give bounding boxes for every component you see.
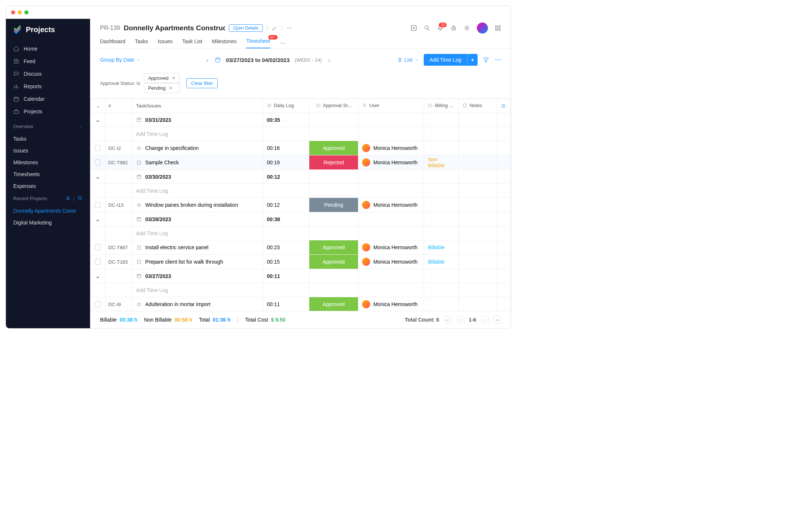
svg-rect-33 xyxy=(429,104,432,107)
search-icon[interactable] xyxy=(78,196,83,201)
open-details-button[interactable]: Open Details xyxy=(229,24,262,32)
report-icon xyxy=(13,83,19,89)
status-badge: Approved xyxy=(309,240,358,254)
overview-section-head[interactable]: Overview xyxy=(6,120,90,133)
more-icon[interactable] xyxy=(286,25,292,31)
search-icon[interactable] xyxy=(424,25,430,31)
tab-milestones[interactable]: Milestones xyxy=(212,38,237,48)
row-checkbox[interactable] xyxy=(95,159,101,165)
svg-point-19 xyxy=(499,28,500,29)
svg-point-11 xyxy=(425,26,428,29)
timesheet-entry-row[interactable]: DC-T982Sample Check00:19RejectedMonica H… xyxy=(91,155,511,170)
pager-last[interactable]: » xyxy=(493,316,501,324)
col-expand[interactable]: ⌄ xyxy=(91,99,106,113)
tab-tasks[interactable]: Tasks xyxy=(135,38,148,48)
add-time-log-row[interactable]: Add Time Log xyxy=(91,184,511,198)
row-checkbox[interactable] xyxy=(95,145,101,151)
sidebar-item-timesheets[interactable]: Timesheets xyxy=(6,168,90,180)
timer-icon[interactable] xyxy=(450,25,457,31)
entry-id: DC-T982 xyxy=(105,155,132,170)
tab-dashboard[interactable]: Dashboard xyxy=(100,38,125,48)
svg-point-27 xyxy=(495,59,496,61)
overview-label: Overview xyxy=(13,124,33,129)
pager-next[interactable]: › xyxy=(481,316,489,324)
entry-id: DC-I2 xyxy=(105,141,132,155)
sidebar-item-projects[interactable]: Projects xyxy=(6,105,90,118)
close-window-dot[interactable] xyxy=(11,10,15,14)
collapse-toggle[interactable]: ⌄ xyxy=(96,117,100,123)
edit-icon[interactable] xyxy=(272,25,278,31)
task-icon xyxy=(136,259,142,265)
row-checkbox[interactable] xyxy=(95,301,101,307)
timesheet-entry-row[interactable]: DC-T667Install electric service panel00:… xyxy=(91,240,511,255)
view-switch[interactable]: List xyxy=(396,57,419,63)
billing-type: Billable xyxy=(424,240,459,255)
sidebar-item-home[interactable]: Home xyxy=(6,42,90,55)
next-week-button[interactable]: › xyxy=(327,57,332,63)
collapse-toggle[interactable]: ⌄ xyxy=(96,273,100,279)
timesheet-entry-row[interactable]: DC-I2Change in specification00:16Approve… xyxy=(91,141,511,155)
gear-icon[interactable] xyxy=(464,25,470,31)
sidebar-item-tasks[interactable]: Tasks xyxy=(6,133,90,145)
calendar-icon xyxy=(136,174,142,179)
main-panel: PR-139 Donnelly Apartments Constructic O… xyxy=(90,19,511,328)
user-avatar xyxy=(362,144,370,152)
sidebar-item-reports[interactable]: Reports xyxy=(6,80,90,93)
col-notes: Notes xyxy=(459,99,497,113)
sidebar-item-issues[interactable]: Issues xyxy=(6,145,90,157)
recent-project-item[interactable]: Digital Marketing xyxy=(6,217,90,229)
row-checkbox[interactable] xyxy=(95,259,101,265)
timesheet-entry-row[interactable]: DC-I9Adulteration in mortar import00:11A… xyxy=(91,297,511,311)
minimize-window-dot[interactable] xyxy=(18,10,22,14)
apps-grid-icon[interactable] xyxy=(495,25,501,31)
timesheet-entry-row[interactable]: DC-I13Window panes broken during install… xyxy=(91,198,511,212)
col-config[interactable] xyxy=(497,99,511,113)
svg-point-18 xyxy=(498,28,499,29)
collapse-toggle[interactable]: ⌄ xyxy=(96,216,100,222)
remove-chip-icon[interactable]: ✕ xyxy=(169,85,173,91)
calendar-icon[interactable] xyxy=(215,57,221,63)
sidebar-item-milestones[interactable]: Milestones xyxy=(6,157,90,168)
note-icon xyxy=(462,103,467,108)
pager-first[interactable]: « xyxy=(444,316,452,324)
collapse-toggle[interactable]: ⌄ xyxy=(96,174,100,180)
sidebar-item-expenses[interactable]: Expenses xyxy=(6,180,90,192)
tab-issues[interactable]: Issues xyxy=(158,38,172,48)
add-time-log-row[interactable]: Add Time Log xyxy=(91,226,511,240)
group-by-dropdown[interactable]: Group By Date xyxy=(100,57,140,63)
sidebar-item-calendar[interactable]: Calendar xyxy=(6,93,90,105)
tab-timesheet[interactable]: Timesheet99+ xyxy=(246,38,270,48)
more-icon[interactable] xyxy=(495,56,501,63)
pager-prev[interactable]: ‹ xyxy=(456,316,464,324)
user-avatar xyxy=(362,201,370,209)
filter-icon[interactable] xyxy=(483,56,489,63)
date-group-row: ⌄03/30/202300:12 xyxy=(91,170,511,184)
more-tabs-icon[interactable] xyxy=(280,40,286,46)
user-avatar xyxy=(362,300,370,308)
add-time-log-row[interactable]: Add Time Log xyxy=(91,127,511,141)
prev-week-button[interactable]: ‹ xyxy=(205,57,210,63)
col-daily-log: Daily Log xyxy=(263,99,309,113)
notifications-button[interactable]: 10 xyxy=(437,25,444,31)
timesheet-entry-row[interactable]: DC-T183Prepare client list for walk thro… xyxy=(91,255,511,269)
user-avatar xyxy=(362,243,370,251)
add-time-log-row[interactable]: Add Time Log xyxy=(91,283,511,297)
col-number: # xyxy=(105,99,132,113)
add-time-log-button[interactable]: Add Time Log xyxy=(424,54,467,66)
add-time-log-dropdown[interactable]: ▾ xyxy=(467,54,478,66)
row-checkbox[interactable] xyxy=(95,202,101,208)
sidebar-item-discuss[interactable]: Discuss xyxy=(6,68,90,80)
remove-chip-icon[interactable]: ✕ xyxy=(172,75,176,81)
recent-project-item[interactable]: Donnelly Apartments Const xyxy=(6,205,90,217)
user-avatar[interactable] xyxy=(477,23,488,34)
svg-rect-0 xyxy=(14,59,18,64)
row-checkbox[interactable] xyxy=(95,244,101,250)
bug-icon xyxy=(136,202,142,208)
clear-filter-button[interactable]: Clear filter xyxy=(186,78,218,88)
tab-task-list[interactable]: Task List xyxy=(182,38,202,48)
maximize-window-dot[interactable] xyxy=(24,10,28,14)
sliders-icon[interactable] xyxy=(65,196,70,201)
tab-badge: 99+ xyxy=(268,35,278,40)
sidebar-item-feed[interactable]: Feed xyxy=(6,55,90,68)
add-icon[interactable] xyxy=(410,25,417,31)
